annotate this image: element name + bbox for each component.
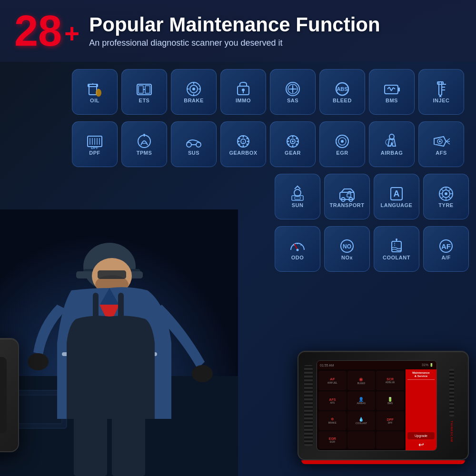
- func-item-dpf[interactable]: DPF DPF: [72, 121, 118, 167]
- coolant-label: COOLANT: [383, 255, 410, 260]
- func-item-brake[interactable]: BRAKE: [171, 69, 217, 115]
- func-item-gear[interactable]: GEAR: [270, 121, 316, 167]
- svg-point-133: [396, 238, 397, 240]
- plus-sign: +: [64, 18, 79, 49]
- svg-line-98: [446, 139, 450, 141]
- screen-sidebar-panel: Maintenance& Service Upgrade ↩: [406, 369, 436, 450]
- egr-label: EGR: [336, 150, 348, 156]
- func-item-transport[interactable]: TRANSPORT: [324, 174, 370, 219]
- tyre-icon: [436, 185, 456, 202]
- status-bar: 01:55 AM 31% 🔋: [317, 361, 436, 369]
- app-afs-screen[interactable]: AFS AFS: [318, 391, 347, 410]
- screen-main-area: AF AIRFUEL ◉ BLEED SCR ADBLUE AFS: [317, 369, 436, 450]
- func-item-nox[interactable]: NO x NOx: [324, 226, 370, 272]
- gearbox-label: GEARBOX: [229, 150, 257, 156]
- app-adblue[interactable]: SCR ADBLUE: [376, 371, 404, 390]
- svg-point-68: [196, 142, 201, 147]
- svg-line-88: [296, 144, 298, 145]
- func-item-sus[interactable]: SUS: [171, 121, 217, 167]
- scanner-container: 01:55 AM 31% 🔋 AF AIRFUEL ◉ BLEED: [298, 351, 469, 464]
- functions-row2: DPF DPF TPMS SUS: [5, 121, 471, 167]
- func-item-coolant[interactable]: COOLANT: [374, 226, 419, 272]
- app-coolant-screen[interactable]: 💧 COOLANT: [347, 411, 376, 430]
- upgrade-btn[interactable]: Upgrade: [407, 432, 435, 439]
- func-item-sun[interactable]: SUN: [275, 174, 320, 219]
- odo-label: ODO: [291, 255, 304, 260]
- svg-rect-14: [93, 293, 99, 321]
- coolant-icon: [387, 238, 406, 255]
- gear-label: GEAR: [285, 150, 301, 156]
- func-item-tyre[interactable]: TYRE: [423, 174, 469, 219]
- func-item-gearbox[interactable]: ! GEARBOX: [220, 121, 266, 167]
- func-item-bleed[interactable]: ABS BLEED: [319, 69, 365, 115]
- svg-text:DPF: DPF: [91, 146, 99, 150]
- app-brake-screen[interactable]: ⚙ BRAKE: [318, 411, 347, 430]
- header: 28 + Popular Maintenance Function An pro…: [0, 0, 476, 62]
- svg-point-103: [294, 189, 301, 196]
- function-count: 28: [14, 10, 62, 52]
- sun-icon: [288, 185, 307, 202]
- svg-line-49: [391, 88, 393, 91]
- svg-point-42: [292, 88, 294, 90]
- svg-point-94: [341, 140, 344, 143]
- svg-point-30: [192, 88, 195, 90]
- svg-rect-3: [14, 395, 62, 424]
- sidebar-title-text: Maintenance& Service: [407, 371, 435, 378]
- func-item-oil[interactable]: OIL: [72, 69, 118, 115]
- func-item-bms[interactable]: BMS: [369, 69, 415, 115]
- functions-row3: SUN TRANSPORT A LANGUAGE: [275, 174, 469, 219]
- functions-row4: ODO NO x NOx CO: [275, 226, 469, 272]
- func-item-egr[interactable]: EGR: [319, 121, 365, 167]
- svg-rect-15: [118, 293, 124, 321]
- brake-icon: [184, 80, 203, 98]
- app-airbag-screen[interactable]: 👤 AIRBAG: [347, 391, 376, 410]
- right-vents: [449, 369, 454, 416]
- svg-line-76: [238, 138, 240, 139]
- svg-point-66: [143, 134, 145, 136]
- egr-icon: [333, 133, 352, 150]
- tpms-label: TPMS: [137, 150, 152, 156]
- func-item-ets[interactable]: ETS: [121, 69, 167, 115]
- app-airfuel[interactable]: AF AIRFUEL: [318, 371, 347, 390]
- mechanic-illustration: [0, 209, 238, 476]
- func-item-language[interactable]: A LANGUAGE: [374, 174, 419, 219]
- app-bms-screen[interactable]: 🔋 BMS: [376, 391, 404, 410]
- header-text: Popular Maintenance Function An professi…: [89, 14, 380, 48]
- svg-text:!: !: [243, 140, 244, 144]
- app-dpf-screen[interactable]: DPF DPF: [376, 411, 404, 430]
- func-item-injec[interactable]: INJEC: [418, 69, 464, 115]
- brake-label: BRAKE: [184, 98, 204, 103]
- func-item-af[interactable]: AF A/F: [423, 226, 469, 272]
- nox-icon: NO x: [337, 238, 357, 255]
- afs-icon: [432, 133, 451, 150]
- dpf-icon: DPF: [85, 133, 104, 150]
- main-title: Popular Maintenance Function: [89, 14, 380, 36]
- func-item-airbag[interactable]: AIRBAG: [369, 121, 415, 167]
- bms-icon: [382, 80, 401, 98]
- scanner-right-panel: THINKSCAM: [0, 357, 7, 433]
- brand-logo: THINKSCAM: [450, 421, 453, 442]
- app-empty-2: [376, 431, 404, 449]
- svg-line-127: [294, 245, 294, 246]
- scanner-bottom-accent: [301, 460, 465, 464]
- func-item-odo[interactable]: ODO: [275, 226, 320, 272]
- app-egr-screen[interactable]: EGR EGR: [318, 431, 347, 449]
- svg-text:A: A: [394, 189, 400, 198]
- sas-icon: [283, 80, 302, 98]
- device-screen: 01:55 AM 31% 🔋 AF AIRFUEL ◉ BLEED: [317, 360, 437, 451]
- svg-rect-19: [112, 414, 145, 476]
- func-item-immo[interactable]: IMMO: [220, 69, 266, 115]
- svg-rect-45: [385, 85, 398, 94]
- svg-rect-26: [145, 86, 150, 93]
- back-button-screen[interactable]: ↩: [407, 441, 435, 448]
- screen-battery-display: 31% 🔋: [422, 363, 434, 367]
- ets-icon: [135, 80, 154, 98]
- svg-text:ABS: ABS: [337, 86, 347, 92]
- func-item-tpms[interactable]: TPMS: [121, 121, 167, 167]
- func-item-sas[interactable]: SAS: [270, 69, 316, 115]
- dpf-label: DPF: [89, 150, 100, 156]
- tyre-label: TYRE: [438, 202, 453, 208]
- app-bleed[interactable]: ◉ BLEED: [347, 371, 376, 390]
- svg-point-67: [187, 142, 191, 147]
- func-item-afs[interactable]: AFS: [418, 121, 464, 167]
